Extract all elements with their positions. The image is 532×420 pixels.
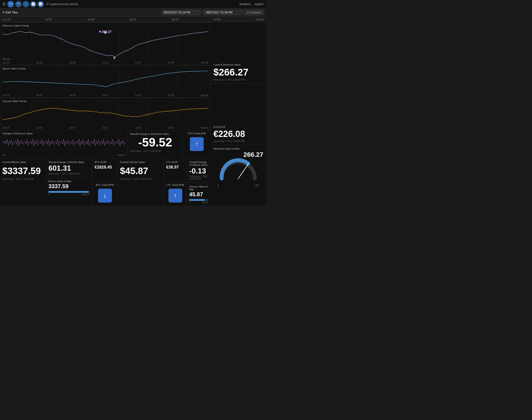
ltc-trend-atm-tile: LTC Trend ATM ↑ [164, 182, 187, 206]
ethereum-trends-tile: Ethereum Value Trends 266.27 [0, 22, 211, 65]
current-ethereum-right-title: Current Ethereum Value [213, 63, 263, 66]
nav-icon-bar[interactable]: 📊 [37, 1, 44, 7]
btc-trend-atm-title: BTC Trend ATM [96, 183, 114, 186]
change-eth-axis: July August [2, 154, 125, 156]
date-start-input[interactable] [162, 10, 201, 15]
timeline-label-2: Jul 09 [87, 18, 94, 21]
bitcoin-trends-chart [2, 70, 208, 93]
ethereum-max-value: 266.27 [213, 151, 263, 158]
overall-eth-change-tile: Overall Change in Ethereum Value -59.52 … [128, 130, 183, 158]
btc-change-col: Overall Change in Bitcoin Value 601.31 S… [46, 158, 92, 206]
ethereum-trends-chart: 266.27 133.23 [2, 28, 208, 61]
overall-eth-change-title: Overall Change in Ethereum Value [130, 133, 180, 135]
nav-icon-pulse[interactable]: 〜 [23, 1, 29, 7]
overall-btc-change-tile: Overall Change in Bitcoin Value 601.31 S… [46, 158, 92, 178]
ltc-value-max-title: Litecoin Value of Max [189, 185, 208, 191]
change-eth-svg [2, 135, 125, 150]
bitcoin-axis: Jun 25 Jul 02 Jul 09 Jul 16 Jul 23 Jul 3… [2, 94, 208, 96]
ltc-progress-fill [189, 199, 205, 201]
ethereum-trends-title: Ethereum Value Trends [2, 24, 208, 27]
compare-button[interactable]: ◎ Compare [244, 10, 264, 15]
change-ethereum-tile: Change in Ethereum Value July August [0, 130, 128, 158]
gauge-svg [217, 158, 259, 183]
tooltip-dot [99, 31, 101, 32]
nav-icons: 📷 〜 📈 📊 [15, 1, 44, 7]
overall-btc-change-value: 601.31 [48, 164, 90, 172]
page-title: ↺ cryptocurrency prices [46, 2, 240, 6]
timeline-label-5: Jul 30 [214, 18, 220, 21]
nav-icon-camera[interactable]: 📷 [15, 1, 22, 7]
date-end-input[interactable] [204, 10, 243, 15]
nav-right: feedback support [240, 2, 264, 6]
btc-eur-col: BTC+EUR €2828.45 BTC Trend ATM ↓ [92, 158, 118, 206]
edit-bar: ✏ Edit Tiles : ◎ Compare [0, 8, 266, 17]
overall-ltc-change-title: Overall Change in Litecoin Value [189, 161, 208, 166]
btc-value-max-tile: Bitcoin Value of Max 3337.59 0 3424.94 [46, 178, 92, 206]
litecoin-trends-chart [2, 103, 208, 126]
btc-progress-bg [48, 191, 90, 193]
ethereum-max-title: Ethereum Value of Max [213, 147, 263, 150]
nav-icon-chart[interactable]: 📈 [30, 1, 36, 7]
change-ethereum-title: Change in Ethereum Value [2, 132, 125, 135]
current-bitcoin-title: Current Bitcoin Value [2, 161, 43, 164]
overall-ltc-change-tile: Overall Change in Litecoin Value -0.13 S… [187, 158, 211, 183]
eth-eur-title: ETH+EUR [213, 126, 263, 128]
hamburger-icon[interactable]: ☰ [2, 2, 6, 6]
btc-trend-down-button[interactable]: ↓ [98, 189, 112, 202]
ethereum-tooltip: 266.27 [99, 30, 112, 33]
ethereum-axis: Jun 25 Jul 02 Jul 09 Jul 16 Jul 23 Jul 3… [2, 61, 208, 64]
current-ethereum-right-sub: Since Aug 7, 2017 1:59:00 PM [213, 78, 263, 81]
current-litecoin-tile: Current Litecoin Value $45.87 Since Aug … [118, 158, 164, 206]
timeline-label-1: Jul 02 [45, 18, 52, 21]
ltc-trend-atm-title: LTC Trend ATM [166, 183, 184, 186]
feedback-link[interactable]: feedback [240, 2, 251, 6]
ltc-progress-bg [189, 199, 208, 201]
support-link[interactable]: support [255, 2, 264, 6]
timeline-label-3: Jul 16 [129, 18, 136, 21]
btc-progress-labels: 0 3424.94 [48, 193, 90, 196]
eth-eur-value: €226.08 [213, 129, 263, 139]
eth-trend-atm-tile: ETH Trend ATM ↑ [183, 130, 211, 158]
timeline-labels: Jun 25 Jul 02 Jul 09 Jul 16 Jul 23 Jul 3… [2, 18, 264, 21]
litecoin-trends-title: Litecoin Value Trends [2, 100, 208, 103]
litecoin-chart-svg [2, 103, 208, 126]
ethereum-min-label: 133.23 [2, 58, 10, 60]
btc-progress-fill [48, 191, 89, 193]
btc-trend-atm-tile: BTC Trend ATM ↓ [92, 182, 117, 206]
gauge-labels: 0 407 [217, 184, 259, 187]
svg-marker-7 [113, 57, 115, 60]
overall-btc-change-sub: Since Aug 7, 2017 1:59:00 PM [48, 172, 90, 175]
timeline: Jun 25 Jul 02 Jul 09 Jul 16 Jul 23 Jul 3… [0, 17, 266, 22]
edit-tiles-button[interactable]: ✏ Edit Tiles [2, 11, 18, 14]
overall-btc-change-title: Overall Change in Bitcoin Value [48, 161, 90, 164]
logo-icon[interactable]: 〜 [7, 1, 14, 7]
timeline-label-4: Jul 23 [172, 18, 178, 21]
timeline-label-0: Jun 25 [2, 18, 10, 21]
ltc-eur-col: LTC+EUR €38.97 LTC Trend ATM ↑ [164, 158, 187, 206]
ltc-change-col: Overall Change in Litecoin Value -0.13 S… [187, 158, 211, 206]
ltc-progress-labels: 0 56.57 [189, 201, 208, 204]
btc-eur-value: €2828.45 [95, 165, 115, 170]
change-ethereum-chart [2, 135, 125, 154]
overall-eth-change-sub: Since Aug 7, 2017 1:59:00 PM [130, 150, 180, 152]
top-nav: ☰ 〜 📷 〜 📈 📊 ↺ cryptocurrency prices feed… [0, 0, 266, 8]
btc-value-max-value: 3337.59 [48, 183, 90, 190]
ltc-value-max-tile: Litecoin Value of Max 45.87 0 56.57 [187, 183, 211, 206]
row4: Change in Ethereum Value July August Ove… [0, 130, 211, 158]
ltc-eur-title: LTC+EUR [166, 161, 184, 164]
row5: Current Bitcoin Value $3337.59 Since Aug… [0, 158, 211, 206]
current-ethereum-right-value: $266.27 [213, 67, 263, 77]
ltc-eur-tile: LTC+EUR €38.97 [164, 158, 187, 182]
btc-progress: 0 3424.94 [48, 191, 90, 196]
ltc-trend-up-button[interactable]: ↑ [168, 189, 182, 202]
overall-ltc-change-sub: Since Aug 7, 2017 1:59:00 PM [189, 175, 208, 180]
btc-value-max-title: Bitcoin Value of Max [48, 180, 90, 183]
svg-line-20 [238, 164, 248, 179]
eth-eur-tile: ETH+EUR €226.08 Since Aug 7, 2017 1:59:0… [211, 84, 266, 145]
eth-trend-up-button[interactable]: ↑ [190, 137, 204, 151]
date-range: : ◎ Compare [162, 10, 264, 15]
left-panel: Ethereum Value Trends 266.27 [0, 22, 211, 206]
overall-eth-change-value: -59.52 [130, 136, 180, 149]
ltc-value-max-value: 45.87 [189, 191, 208, 198]
right-panel: Current Ethereum Value $266.27 Since Aug… [211, 22, 266, 206]
